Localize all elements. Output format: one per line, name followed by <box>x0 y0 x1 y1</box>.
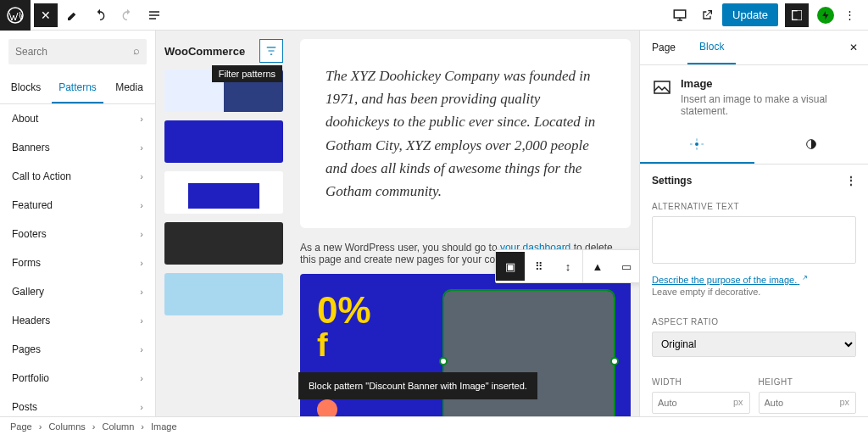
block-type-icon[interactable]: ▣ <box>496 252 525 281</box>
settings-more-icon[interactable]: ⋮ <box>846 175 856 187</box>
breadcrumb-item[interactable]: Column <box>102 421 134 432</box>
tab-page[interactable]: Page <box>640 31 687 64</box>
aspect-ratio-label: ASPECT RATIO <box>652 317 856 326</box>
svg-rect-4 <box>654 81 670 93</box>
category-item[interactable]: Call to Action› <box>0 162 155 191</box>
breadcrumb-item[interactable]: Page <box>10 421 32 432</box>
block-name: Image <box>681 77 856 90</box>
alt-hint: Leave empty if decorative. <box>652 287 856 297</box>
category-item[interactable]: Featured› <box>0 191 155 220</box>
filter-tooltip: Filter patterns <box>212 65 282 82</box>
tab-blocks[interactable]: Blocks <box>0 73 52 103</box>
aspect-ratio-select[interactable]: Original <box>652 332 856 357</box>
category-item[interactable]: Footers› <box>0 220 155 248</box>
tab-media[interactable]: Media <box>103 73 155 103</box>
pattern-thumbnail[interactable] <box>164 222 283 265</box>
jetpack-icon[interactable] <box>817 7 834 24</box>
caption-icon[interactable]: ▭ <box>612 252 639 281</box>
insert-toast: Block pattern "Discount Banner with Imag… <box>298 372 537 399</box>
move-icon[interactable]: ↕ <box>554 252 582 281</box>
search-input[interactable] <box>8 39 147 64</box>
update-button[interactable]: Update <box>722 3 778 26</box>
block-description: Insert an image to make a visual stateme… <box>681 93 856 117</box>
tab-patterns[interactable]: Patterns <box>52 73 103 103</box>
content-block[interactable]: The XYZ Doohickey Company was founded in… <box>300 39 631 228</box>
banner-cta-dot[interactable] <box>317 399 337 416</box>
close-sidebar-icon[interactable]: ✕ <box>839 31 868 64</box>
width-label: WIDTH <box>652 377 750 387</box>
breadcrumb-item[interactable]: Columns <box>48 421 85 432</box>
patterns-category-title: WooCommerce <box>164 45 245 58</box>
undo-icon[interactable] <box>88 3 112 27</box>
search-icon: ⌕ <box>133 44 140 57</box>
category-item[interactable]: Portfolio› <box>0 364 155 393</box>
pattern-thumbnail[interactable] <box>164 273 283 315</box>
styles-subtab[interactable] <box>754 129 869 164</box>
align-icon[interactable]: ▲ <box>583 252 612 281</box>
alt-text-input[interactable] <box>652 216 856 264</box>
alt-text-label: ALTERNATIVE TEXT <box>652 202 856 211</box>
list-view-icon[interactable] <box>142 3 166 27</box>
pattern-thumbnail[interactable] <box>164 120 283 163</box>
category-item[interactable]: Pages› <box>0 335 155 364</box>
breadcrumb-item[interactable]: Image <box>151 421 177 432</box>
category-item[interactable]: Headers› <box>0 306 155 335</box>
banner-off: f <box>317 327 444 364</box>
edit-icon[interactable] <box>61 3 85 27</box>
wordpress-logo[interactable] <box>0 0 31 31</box>
banner-percent: 0% <box>317 293 444 327</box>
category-item[interactable]: Banners› <box>0 133 155 162</box>
drag-handle-icon[interactable]: ⠿ <box>525 252 554 281</box>
settings-heading: Settings <box>652 175 692 187</box>
filter-patterns-button[interactable]: Filter patterns <box>259 39 283 63</box>
block-breadcrumb: Page›Columns›Column›Image <box>0 416 868 435</box>
more-options-icon[interactable]: ⋮ <box>837 3 861 27</box>
image-block-icon <box>652 77 672 98</box>
describe-purpose-link[interactable]: Describe the purpose of the image. <box>652 275 856 285</box>
svg-rect-1 <box>674 10 686 18</box>
svg-rect-3 <box>798 10 802 20</box>
settings-panel-toggle[interactable] <box>785 3 809 27</box>
redo-icon[interactable] <box>115 3 139 27</box>
external-preview-icon[interactable] <box>695 3 719 27</box>
category-item[interactable]: Forms› <box>0 248 155 277</box>
category-item[interactable]: Posts› <box>0 393 155 416</box>
svg-point-5 <box>695 142 698 146</box>
settings-subtab[interactable] <box>640 129 754 164</box>
close-inserter-button[interactable]: ✕ <box>34 3 58 27</box>
tab-block[interactable]: Block <box>687 31 736 64</box>
desktop-preview-icon[interactable] <box>668 3 692 27</box>
category-item[interactable]: Gallery› <box>0 277 155 306</box>
block-toolbar: ▣⠿↕ ▲▭▢⧉◩ ⇧Replace ⋮ <box>495 249 639 283</box>
intro-paragraph: The XYZ Doohickey Company was founded in… <box>326 64 605 203</box>
category-item[interactable]: About› <box>0 104 155 133</box>
height-label: HEIGHT <box>759 377 857 387</box>
pattern-thumbnail[interactable] <box>164 171 283 214</box>
